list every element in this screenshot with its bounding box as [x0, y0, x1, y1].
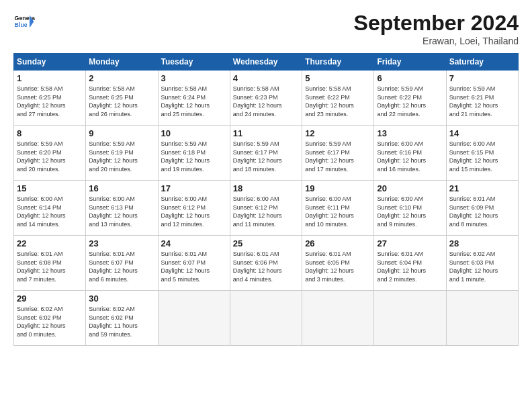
table-row: 15Sunrise: 6:00 AM Sunset: 6:14 PM Dayli…: [14, 181, 86, 236]
day-info: Sunrise: 6:00 AM Sunset: 6:13 PM Dayligh…: [89, 195, 154, 228]
table-row: 17Sunrise: 6:00 AM Sunset: 6:12 PM Dayli…: [158, 181, 230, 236]
day-number: 7: [449, 73, 515, 83]
day-info: Sunrise: 6:00 AM Sunset: 6:12 PM Dayligh…: [161, 195, 227, 228]
calendar-row: 29Sunrise: 6:02 AM Sunset: 6:02 PM Dayli…: [14, 291, 519, 346]
day-info: Sunrise: 6:01 AM Sunset: 6:07 PM Dayligh…: [89, 250, 154, 283]
day-number: 27: [377, 238, 443, 248]
table-row: 1Sunrise: 5:58 AM Sunset: 6:25 PM Daylig…: [14, 71, 86, 126]
day-number: 12: [305, 128, 371, 138]
col-sunday: Sunday: [14, 54, 86, 71]
day-number: 23: [89, 238, 154, 248]
day-number: 1: [17, 73, 83, 83]
table-row: 22Sunrise: 6:01 AM Sunset: 6:08 PM Dayli…: [14, 236, 86, 291]
day-number: 20: [377, 183, 443, 193]
table-row: 9Sunrise: 5:59 AM Sunset: 6:19 PM Daylig…: [86, 126, 158, 181]
table-row: 14Sunrise: 6:00 AM Sunset: 6:15 PM Dayli…: [446, 126, 518, 181]
day-info: Sunrise: 6:01 AM Sunset: 6:06 PM Dayligh…: [233, 250, 299, 283]
col-wednesday: Wednesday: [230, 54, 302, 71]
table-row: 24Sunrise: 6:01 AM Sunset: 6:07 PM Dayli…: [158, 236, 230, 291]
day-number: 28: [449, 238, 515, 248]
month-title: September 2024: [354, 11, 519, 36]
day-info: Sunrise: 6:01 AM Sunset: 6:07 PM Dayligh…: [161, 250, 227, 283]
day-number: 18: [233, 183, 299, 193]
table-row: 4Sunrise: 5:58 AM Sunset: 6:23 PM Daylig…: [230, 71, 302, 126]
svg-text:Blue: Blue: [15, 21, 28, 28]
calendar-page: General Blue September 2024 Erawan, Loei…: [0, 0, 532, 411]
day-info: Sunrise: 6:00 AM Sunset: 6:15 PM Dayligh…: [449, 140, 515, 173]
table-row: 26Sunrise: 6:01 AM Sunset: 6:05 PM Dayli…: [302, 236, 374, 291]
day-info: Sunrise: 5:58 AM Sunset: 6:23 PM Dayligh…: [233, 85, 299, 118]
table-row: 11Sunrise: 5:59 AM Sunset: 6:17 PM Dayli…: [230, 126, 302, 181]
col-monday: Monday: [86, 54, 158, 71]
calendar-table: Sunday Monday Tuesday Wednesday Thursday…: [13, 53, 519, 346]
day-number: 14: [449, 128, 515, 138]
day-number: 6: [377, 73, 443, 83]
table-row: 28Sunrise: 6:02 AM Sunset: 6:03 PM Dayli…: [446, 236, 518, 291]
day-info: Sunrise: 5:58 AM Sunset: 6:24 PM Dayligh…: [161, 85, 227, 118]
day-info: Sunrise: 5:58 AM Sunset: 6:25 PM Dayligh…: [89, 85, 154, 118]
logo-icon: General Blue: [13, 11, 35, 32]
title-block: September 2024 Erawan, Loei, Thailand: [354, 11, 519, 46]
day-number: 3: [161, 73, 227, 83]
table-row: 30Sunrise: 6:02 AM Sunset: 6:02 PM Dayli…: [86, 291, 158, 346]
day-info: Sunrise: 6:00 AM Sunset: 6:12 PM Dayligh…: [233, 195, 299, 228]
day-number: 16: [89, 183, 154, 193]
day-number: 29: [17, 293, 83, 304]
day-info: Sunrise: 6:00 AM Sunset: 6:10 PM Dayligh…: [377, 195, 443, 228]
calendar-row: 8Sunrise: 5:59 AM Sunset: 6:20 PM Daylig…: [14, 126, 519, 181]
table-row: [446, 291, 518, 346]
day-info: Sunrise: 5:59 AM Sunset: 6:17 PM Dayligh…: [233, 140, 299, 173]
day-number: 11: [233, 128, 299, 138]
day-info: Sunrise: 6:01 AM Sunset: 6:09 PM Dayligh…: [449, 195, 515, 228]
table-row: [302, 291, 374, 346]
table-row: 2Sunrise: 5:58 AM Sunset: 6:25 PM Daylig…: [86, 71, 158, 126]
calendar-row: 22Sunrise: 6:01 AM Sunset: 6:08 PM Dayli…: [14, 236, 519, 291]
day-number: 4: [233, 73, 299, 83]
day-info: Sunrise: 6:02 AM Sunset: 6:03 PM Dayligh…: [449, 250, 515, 283]
day-number: 25: [233, 238, 299, 248]
day-info: Sunrise: 5:59 AM Sunset: 6:22 PM Dayligh…: [377, 85, 443, 118]
table-row: 5Sunrise: 5:58 AM Sunset: 6:22 PM Daylig…: [302, 71, 374, 126]
col-friday: Friday: [374, 54, 446, 71]
table-row: 16Sunrise: 6:00 AM Sunset: 6:13 PM Dayli…: [86, 181, 158, 236]
day-number: 22: [17, 238, 83, 248]
day-number: 10: [161, 128, 227, 138]
table-row: 20Sunrise: 6:00 AM Sunset: 6:10 PM Dayli…: [374, 181, 446, 236]
day-number: 15: [17, 183, 83, 193]
day-number: 24: [161, 238, 227, 248]
col-saturday: Saturday: [446, 54, 518, 71]
day-number: 26: [305, 238, 371, 248]
day-number: 17: [161, 183, 227, 193]
day-info: Sunrise: 6:01 AM Sunset: 6:08 PM Dayligh…: [17, 250, 83, 283]
location: Erawan, Loei, Thailand: [354, 36, 519, 46]
day-number: 13: [377, 128, 443, 138]
table-row: 21Sunrise: 6:01 AM Sunset: 6:09 PM Dayli…: [446, 181, 518, 236]
table-row: 12Sunrise: 5:59 AM Sunset: 6:17 PM Dayli…: [302, 126, 374, 181]
day-info: Sunrise: 5:59 AM Sunset: 6:21 PM Dayligh…: [449, 85, 515, 118]
day-info: Sunrise: 6:02 AM Sunset: 6:02 PM Dayligh…: [89, 305, 154, 338]
day-info: Sunrise: 5:58 AM Sunset: 6:22 PM Dayligh…: [305, 85, 371, 118]
table-row: 10Sunrise: 5:59 AM Sunset: 6:18 PM Dayli…: [158, 126, 230, 181]
table-row: 27Sunrise: 6:01 AM Sunset: 6:04 PM Dayli…: [374, 236, 446, 291]
day-info: Sunrise: 5:59 AM Sunset: 6:19 PM Dayligh…: [89, 140, 154, 173]
day-info: Sunrise: 5:59 AM Sunset: 6:20 PM Dayligh…: [17, 140, 83, 173]
col-thursday: Thursday: [302, 54, 374, 71]
day-number: 9: [89, 128, 154, 138]
table-row: 29Sunrise: 6:02 AM Sunset: 6:02 PM Dayli…: [14, 291, 86, 346]
day-info: Sunrise: 6:02 AM Sunset: 6:02 PM Dayligh…: [17, 305, 83, 338]
day-number: 21: [449, 183, 515, 193]
day-info: Sunrise: 6:00 AM Sunset: 6:14 PM Dayligh…: [17, 195, 83, 228]
col-tuesday: Tuesday: [158, 54, 230, 71]
day-info: Sunrise: 5:59 AM Sunset: 6:18 PM Dayligh…: [161, 140, 227, 173]
table-row: 18Sunrise: 6:00 AM Sunset: 6:12 PM Dayli…: [230, 181, 302, 236]
day-info: Sunrise: 6:00 AM Sunset: 6:16 PM Dayligh…: [377, 140, 443, 173]
day-number: 5: [305, 73, 371, 83]
calendar-row: 15Sunrise: 6:00 AM Sunset: 6:14 PM Dayli…: [14, 181, 519, 236]
table-row: 6Sunrise: 5:59 AM Sunset: 6:22 PM Daylig…: [374, 71, 446, 126]
table-row: 19Sunrise: 6:00 AM Sunset: 6:11 PM Dayli…: [302, 181, 374, 236]
table-row: 13Sunrise: 6:00 AM Sunset: 6:16 PM Dayli…: [374, 126, 446, 181]
table-row: 25Sunrise: 6:01 AM Sunset: 6:06 PM Dayli…: [230, 236, 302, 291]
day-info: Sunrise: 5:58 AM Sunset: 6:25 PM Dayligh…: [17, 85, 83, 118]
table-row: 23Sunrise: 6:01 AM Sunset: 6:07 PM Dayli…: [86, 236, 158, 291]
logo: General Blue: [13, 11, 35, 32]
